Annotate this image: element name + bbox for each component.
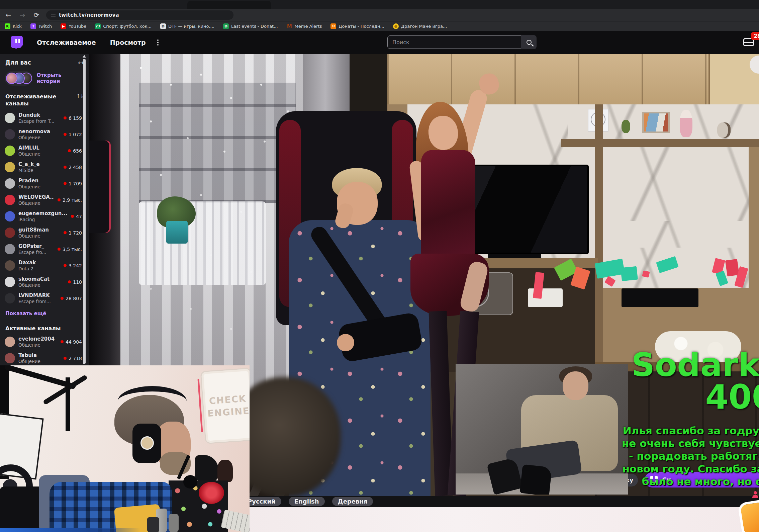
can (169, 514, 179, 532)
live-dot (64, 166, 67, 169)
channel-row[interactable]: DundukEscape from T...6 159 (0, 110, 89, 126)
live-dot (71, 215, 74, 218)
browser-toolbar: ← → ⟳ twitch.tv/nenormova (0, 9, 759, 21)
green-figurine (622, 120, 630, 133)
channel-row[interactable]: skoomaCatОбщение110 (0, 274, 89, 290)
red-gift-bow (199, 482, 224, 504)
photo-man-boot (520, 464, 552, 495)
avatar (5, 211, 15, 221)
fairy-lights (120, 54, 121, 55)
live-dot (64, 264, 67, 267)
channel-row[interactable]: eugenemozgun...iRacing47 (0, 208, 89, 225)
seated-woman-hand (337, 334, 354, 351)
show-more-link[interactable]: Показать ещё (0, 306, 89, 320)
site-settings-icon[interactable] (51, 13, 56, 17)
stories-button[interactable]: Открыть истории (0, 68, 89, 88)
channel-row[interactable]: C_a_k_eMiSide2 458 (0, 159, 89, 175)
standing-woman-dress (421, 150, 475, 266)
cowboy-figurine (195, 455, 219, 482)
headphones-band (118, 386, 187, 416)
webcam-overlay: CHECK ENGINE (0, 365, 250, 532)
browser-window: ← → ⟳ twitch.tv/nenormova KKick TTwitch … (0, 0, 759, 532)
followed-channels-header: Отслеживаемые каналы (5, 93, 62, 107)
bookmark-youtube[interactable]: ▶YouTube (61, 23, 86, 29)
collapse-sidebar-icon[interactable]: ↤ (78, 59, 83, 66)
upper-cabinets (387, 54, 759, 104)
channel-row[interactable]: evelone2004Общение44 904 (0, 334, 89, 350)
twitch-logo-icon[interactable] (11, 36, 23, 49)
url-text: twitch.tv/nenormova (59, 12, 119, 18)
live-dot (64, 231, 67, 234)
sort-icon[interactable]: ↑↓ (76, 93, 83, 107)
monitor-arm-pole (66, 377, 70, 431)
channel-row[interactable]: AIMLULОбщение656 (0, 143, 89, 159)
avatar (5, 146, 15, 156)
live-dot (64, 357, 67, 360)
viewer-count-icon (752, 491, 759, 499)
channel-row[interactable]: DaxakDota 23 242 (0, 257, 89, 274)
channel-row[interactable]: nenormovaОбщение1 072 (0, 126, 89, 143)
channel-row[interactable]: WELOVEGA...Общение2,9 тыс. (0, 192, 89, 208)
nav-browse[interactable]: Просмотр (110, 39, 146, 46)
avatar (5, 277, 15, 287)
active-channels-header: Активные каналы (0, 320, 89, 334)
channel-row[interactable]: TabulaОбщение2 718 (0, 350, 89, 366)
browser-tab[interactable] (187, 1, 271, 9)
dragon-favicon: ● (393, 23, 399, 29)
bookmark-meme-alerts[interactable]: MMeme Alerts (287, 23, 322, 29)
live-dot (58, 198, 61, 201)
dtf-favicon: D (160, 23, 166, 29)
inset-photo (456, 364, 628, 495)
earcup-badge (140, 436, 154, 450)
channel-row[interactable]: GOPster_Escape fro...3,5 тыс. (0, 241, 89, 257)
donation-amount: 400 (705, 377, 759, 417)
bookmark-dtf[interactable]: DDTF — игры, кино,... (160, 23, 214, 29)
microphone-icon (183, 475, 197, 489)
monitor-edge (89, 141, 111, 233)
wood-divider (595, 104, 603, 372)
bookmark-twitch[interactable]: TTwitch (30, 23, 52, 29)
live-dot (64, 133, 67, 136)
live-dot (61, 297, 64, 300)
reload-button[interactable]: ⟳ (31, 10, 42, 20)
avatar (5, 293, 15, 303)
bookmark-kick[interactable]: KKick (5, 23, 22, 29)
channel-row[interactable]: guit88manОбщение1 720 (0, 225, 89, 241)
kick-favicon: K (5, 23, 10, 29)
notification-badge: 28 (751, 32, 759, 40)
sidebar-scrollbar[interactable] (83, 59, 86, 364)
channel-row[interactable]: LVNDMARKEscape from...28 807 (0, 290, 89, 306)
avatar (5, 195, 15, 205)
back-button[interactable]: ← (3, 10, 14, 20)
figurine (217, 460, 233, 482)
story-avatars (5, 71, 32, 86)
tag-village[interactable]: Деревня (332, 497, 373, 506)
channel-row[interactable]: PradenОбщение1 709 (0, 175, 89, 192)
twitch-favicon: T (30, 23, 36, 29)
live-dot (64, 116, 67, 119)
bookmark-sport[interactable]: 77Спорт: футбол, хок... (95, 23, 152, 29)
live-dot (58, 248, 61, 251)
live-dot (64, 182, 67, 185)
bookmark-dragon[interactable]: ●Драгон Мане игра... (393, 23, 447, 29)
plant-pot (166, 221, 188, 244)
address-bar[interactable]: twitch.tv/nenormova (46, 10, 233, 20)
browser-tab-strip (0, 0, 759, 9)
meme-alerts-favicon: M (287, 23, 292, 29)
youtube-favicon: ▶ (61, 23, 66, 29)
nav-following[interactable]: Отслеживаемое (37, 39, 96, 46)
sport-favicon: 77 (95, 23, 101, 29)
search-button[interactable] (521, 35, 537, 49)
more-menu-icon[interactable] (157, 39, 159, 46)
window (139, 83, 296, 203)
search-icon (527, 40, 532, 45)
forward-button[interactable]: → (17, 10, 28, 20)
avatar (5, 353, 15, 363)
tag-english[interactable]: English (289, 497, 325, 506)
bookmark-last-events[interactable]: DLast events - Donat... (223, 23, 278, 29)
search-input[interactable] (387, 35, 521, 49)
pink-figurine (680, 110, 692, 137)
scrollbar-up-icon[interactable] (83, 55, 86, 58)
bookmark-donaty[interactable]: ✉Донаты - Последн... (330, 23, 384, 29)
avatar (5, 337, 15, 347)
